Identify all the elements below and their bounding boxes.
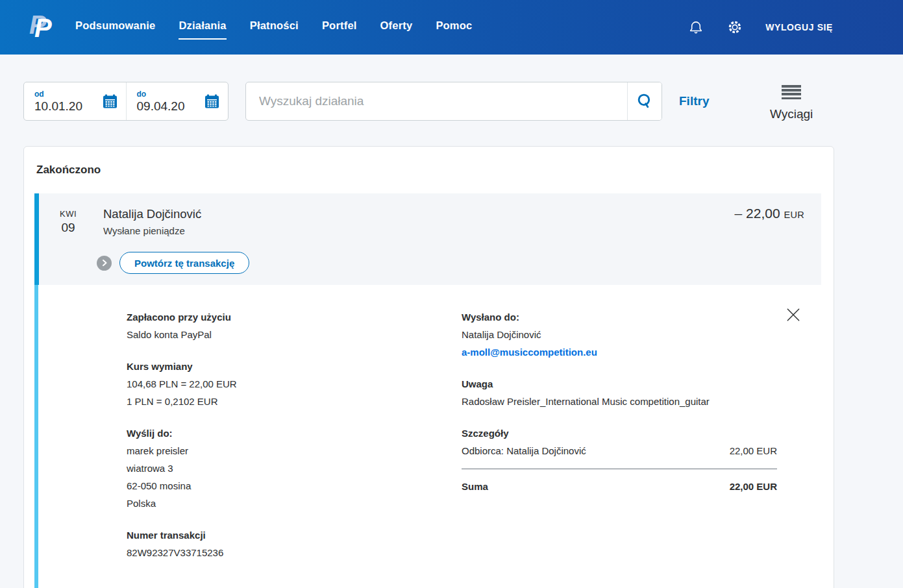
paid-with-value: Saldo konta PayPal xyxy=(127,326,399,343)
sent-to-email-link[interactable]: a-moll@musiccompetition.eu xyxy=(462,343,777,361)
close-icon[interactable] xyxy=(785,306,802,323)
nav-item-platnosci[interactable]: Płatności xyxy=(250,13,299,42)
sent-to-name: Natalija Dojčinović xyxy=(462,326,777,343)
amount-value: – 22,00 xyxy=(735,206,780,221)
search-icon[interactable] xyxy=(627,82,662,120)
calendar-icon[interactable] xyxy=(204,94,220,108)
ship-to-country: Polska xyxy=(127,495,399,512)
main-nav: Podsumowanie Działania Płatności Portfel… xyxy=(75,13,472,42)
paypal-logo-front-p: P xyxy=(34,15,52,41)
nav-item-oferty[interactable]: Oferty xyxy=(380,13,413,42)
status-group-header: Zakończono xyxy=(36,164,834,177)
search-input[interactable] xyxy=(246,82,627,120)
transactions-card: Zakończono KWI 09 Natalija Dojčinović Wy… xyxy=(23,146,834,588)
paid-with-title: Zapłacono przy użyciu xyxy=(127,308,399,326)
paid-with-group: Zapłacono przy użyciu Saldo konta PayPal xyxy=(127,308,399,343)
amount-details-group: Szczegóły Odbiorca: Natalija Dojčinović … xyxy=(462,424,777,495)
exchange-rate-line-2: 1 PLN = 0,2102 EUR xyxy=(127,393,399,410)
transaction-row[interactable]: KWI 09 Natalija Dojčinović Wysłane pieni… xyxy=(34,193,821,285)
nav-item-pomoc[interactable]: Pomoc xyxy=(436,13,472,42)
nav-item-podsumowanie[interactable]: Podsumowanie xyxy=(75,13,155,42)
date-from-label: od xyxy=(34,90,103,99)
filters-link[interactable]: Filtry xyxy=(679,94,709,108)
details-left-column: Zapłacono przy użyciu Saldo konta PayPal… xyxy=(127,308,399,576)
recipient-amount: 22,00 EUR xyxy=(730,442,777,459)
ship-to-street: wiatrowa 3 xyxy=(127,459,399,477)
date-from-value[interactable]: 10.01.20 xyxy=(34,99,103,114)
transaction-day: 09 xyxy=(60,221,77,235)
paypal-logo-icon[interactable]: P P xyxy=(29,12,53,43)
exchange-rate-title: Kurs wymiany xyxy=(127,358,399,375)
statements-lines-icon xyxy=(782,85,801,101)
logout-button[interactable]: WYLOGUJ SIĘ xyxy=(765,22,833,32)
sent-to-group: Wysłano do: Natalija Dojčinović a-moll@m… xyxy=(462,308,777,361)
recipient-label: Odbiorca: Natalija Dojčinović xyxy=(462,442,586,459)
ship-to-title: Wyślij do: xyxy=(127,424,399,442)
transaction-amount: – 22,00 EUR xyxy=(735,206,804,221)
transaction-id-value: 82W92327V33715236 xyxy=(127,544,399,561)
note-title: Uwaga xyxy=(462,375,777,393)
note-text: Radosław Preisler_International Music co… xyxy=(462,393,777,410)
date-to-field[interactable]: do 09.04.20 xyxy=(126,82,229,120)
statements-button[interactable]: Wyciągi xyxy=(770,85,813,121)
bell-icon[interactable] xyxy=(687,19,704,36)
transaction-details-panel: Zapłacono przy użyciu Saldo konta PayPal… xyxy=(34,285,821,588)
date-to-label: do xyxy=(137,90,205,99)
total-amount: 22,00 EUR xyxy=(730,478,777,495)
calendar-icon[interactable] xyxy=(103,94,118,108)
nav-item-portfel[interactable]: Portfel xyxy=(322,13,357,42)
date-from-field[interactable]: od 10.01.20 xyxy=(24,82,126,120)
transaction-id-title: Numer transakcji xyxy=(127,526,399,544)
details-right-column: Wysłano do: Natalija Dojčinović a-moll@m… xyxy=(462,308,777,509)
transaction-date: KWI 09 xyxy=(60,209,77,235)
row-accent-stripe xyxy=(34,193,39,285)
sent-to-title: Wysłano do: xyxy=(462,308,777,326)
amount-details-title: Szczegóły xyxy=(462,424,777,442)
exchange-rate-group: Kurs wymiany 104,68 PLN = 22,00 EUR 1 PL… xyxy=(127,358,399,410)
search-bar xyxy=(245,82,662,121)
top-navbar: P P Podsumowanie Działania Płatności Por… xyxy=(0,0,903,55)
repeat-transaction-button[interactable]: Powtórz tę transakcję xyxy=(119,252,249,274)
recipient-row: Odbiorca: Natalija Dojčinović 22,00 EUR xyxy=(462,442,777,469)
transaction-actions: Powtórz tę transakcję xyxy=(97,252,249,274)
transaction-counterparty: Natalija Dojčinović xyxy=(103,207,201,221)
date-range-picker: od 10.01.20 xyxy=(23,82,229,121)
transaction-month: KWI xyxy=(60,209,77,219)
statements-label: Wyciągi xyxy=(770,107,813,121)
nav-item-dzialania[interactable]: Działania xyxy=(179,13,226,42)
note-group: Uwaga Radosław Preisler_International Mu… xyxy=(462,375,777,410)
date-to-value[interactable]: 09.04.20 xyxy=(137,99,205,114)
ship-to-name: marek preisler xyxy=(127,442,399,459)
amount-currency: EUR xyxy=(784,210,804,220)
total-label: Suma xyxy=(462,478,488,495)
transaction-id-group: Numer transakcji 82W92327V33715236 xyxy=(127,526,399,561)
total-row: Suma 22,00 EUR xyxy=(462,478,777,495)
exchange-rate-line-1: 104,68 PLN = 22,00 EUR xyxy=(127,375,399,393)
transaction-type: Wysłane pieniądze xyxy=(103,225,185,236)
chevron-right-icon[interactable] xyxy=(97,256,112,271)
ship-to-city: 62-050 mosina xyxy=(127,477,399,495)
page: P P Podsumowanie Działania Płatności Por… xyxy=(0,0,903,588)
detail-accent-stripe xyxy=(34,285,38,588)
header-actions: WYLOGUJ SIĘ xyxy=(687,0,833,55)
gear-icon[interactable] xyxy=(726,19,743,36)
ship-to-group: Wyślij do: marek preisler wiatrowa 3 62-… xyxy=(127,424,399,512)
